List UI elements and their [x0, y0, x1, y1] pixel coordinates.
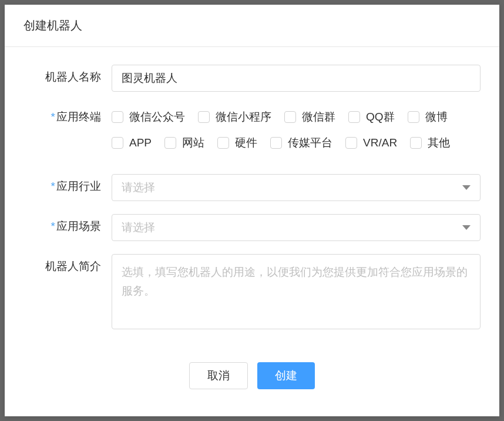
checkbox-hardware[interactable]: 硬件 [217, 135, 257, 151]
description-textarea[interactable] [112, 254, 481, 329]
industry-label: *应用行业 [23, 174, 112, 194]
required-mark: * [51, 111, 55, 123]
checkbox-weibo[interactable]: 微博 [408, 109, 448, 125]
scenario-label: *应用场景 [23, 214, 112, 234]
checkbox-other[interactable]: 其他 [410, 135, 450, 151]
modal-title: 创建机器人 [23, 19, 82, 32]
form-row-industry: *应用行业 请选择 [23, 174, 481, 201]
checkbox-icon [112, 111, 123, 123]
select-placeholder: 请选择 [122, 220, 155, 235]
checkbox-icon [408, 111, 419, 123]
select-placeholder: 请选择 [122, 180, 155, 195]
industry-select[interactable]: 请选择 [112, 174, 481, 201]
checkbox-wechat-official[interactable]: 微信公众号 [112, 109, 185, 125]
terminal-label: *应用终端 [23, 105, 112, 125]
checkbox-app[interactable]: APP [112, 135, 152, 151]
checkbox-media-platform[interactable]: 传媒平台 [270, 135, 332, 151]
form-row-name: 机器人名称 [23, 65, 481, 92]
checkbox-qq-group[interactable]: QQ群 [348, 109, 395, 125]
checkbox-website[interactable]: 网站 [164, 135, 204, 151]
description-label: 机器人简介 [23, 254, 112, 274]
chevron-down-icon [462, 225, 471, 230]
create-robot-modal: 创建机器人 机器人名称 *应用终端 微信公众号 微信小 [5, 5, 499, 416]
create-button[interactable]: 创建 [257, 362, 315, 389]
required-mark: * [51, 220, 55, 232]
required-mark: * [51, 180, 55, 192]
form-row-terminal: *应用终端 微信公众号 微信小程序 微信群 [23, 105, 481, 161]
form-row-description: 机器人简介 [23, 254, 481, 332]
checkbox-icon [217, 137, 229, 149]
chevron-down-icon [462, 185, 471, 190]
modal-header: 创建机器人 [5, 5, 499, 47]
name-label: 机器人名称 [23, 65, 112, 85]
checkbox-wechat-miniprogram[interactable]: 微信小程序 [198, 109, 271, 125]
checkbox-icon [112, 137, 123, 149]
checkbox-vr-ar[interactable]: VR/AR [345, 135, 397, 151]
checkbox-icon [345, 137, 357, 149]
modal-footer: 取消 创建 [5, 356, 499, 401]
robot-name-input[interactable] [112, 65, 481, 92]
cancel-button[interactable]: 取消 [189, 362, 248, 389]
scenario-select[interactable]: 请选择 [112, 214, 481, 241]
form-row-scenario: *应用场景 请选择 [23, 214, 481, 241]
checkbox-icon [410, 137, 422, 149]
checkbox-wechat-group[interactable]: 微信群 [284, 109, 335, 125]
checkbox-icon [284, 111, 296, 123]
modal-body: 机器人名称 *应用终端 微信公众号 微信小程序 [5, 47, 499, 356]
checkbox-icon [270, 137, 282, 149]
checkbox-icon [348, 111, 360, 123]
checkbox-icon [164, 137, 176, 149]
checkbox-icon [198, 111, 210, 123]
terminal-checkbox-group: 微信公众号 微信小程序 微信群 QQ群 [112, 105, 481, 161]
